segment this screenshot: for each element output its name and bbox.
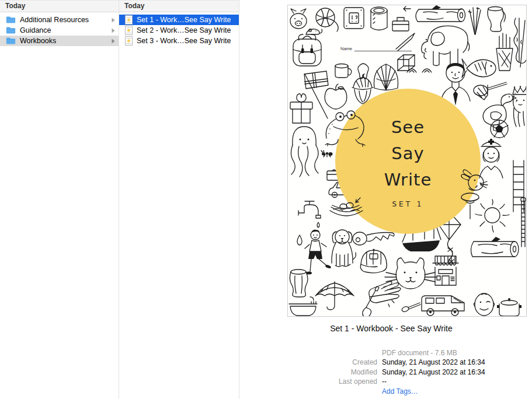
name-label: Name [340,46,352,51]
file-label: Set 3 - Work…See Say Write [137,37,231,45]
pdf-cover-preview: Name [287,5,527,317]
last-opened-label: Last opened [239,377,377,386]
file-info-panel: PDF document - 7.6 MB Created Sunday, 21… [239,348,532,396]
chevron-right-icon [112,28,115,33]
sidebar-item-guidance[interactable]: Guidance [0,25,119,36]
modified-value: Sunday, 21 August 2022 at 16:34 [382,368,532,377]
preview-pane: Name [239,0,532,399]
rabbit-doodle-icon [460,166,488,193]
preview-file-title: Set 1 - Workbook - See Say Write [239,324,532,333]
file-kind-size: PDF document - 7.6 MB [382,348,532,358]
jug-doodle-icon [485,5,509,33]
modified-label: Modified [239,368,377,377]
half-shells-doodle-icon [406,65,434,74]
file-label: Set 2 - Work…See Say Write [137,26,231,34]
yarn-ball-doodle-icon [311,5,342,32]
group-header: Today [0,0,119,12]
folder-label: Guidance [20,26,51,34]
folder-icon [6,37,16,45]
cover-title-line: Write [384,167,432,193]
finder-column-folders: Today Additional Resources Guidance Work… [0,0,119,399]
face-doodle-icon [472,291,496,317]
chevron-right-icon [112,18,115,23]
pushpin-doodle-icon [458,191,482,221]
log2-doodle-icon [468,236,520,264]
arrow-doodle-icon [401,5,412,12]
pdf-thumbnail-icon [125,26,133,35]
add-tags-link[interactable]: Add Tags… [382,387,532,396]
folder-label: Additional Resources [20,16,89,24]
box-doodle-icon [391,15,411,33]
ant-doodle-icon [321,149,333,158]
octopus-doodle-icon [288,122,321,180]
chevron-right-icon [112,38,115,44]
cap-doodle-icon [357,246,391,277]
created-value: Sunday, 21 August 2022 at 16:34 [382,358,532,367]
file-item-set2[interactable]: Set 2 - Work…See Say Write [119,25,239,36]
van-doodle-icon [419,291,468,317]
umbrella-doodle-icon [312,279,357,314]
last-opened-value: -- [382,377,532,386]
goose-doodle-icon [474,90,517,131]
pdf-thumbnail-icon [125,36,133,46]
file-item-set1[interactable]: Set 1 - Work…See Say Write [119,15,239,25]
file-item-set3[interactable]: Set 3 - Work…See Say Write [119,36,239,46]
folder-icon [6,26,16,34]
pot-doodle-icon [496,297,523,317]
pen-doodle-icon [393,32,415,52]
sidebar-item-workbooks[interactable]: Workbooks [0,36,119,46]
nest-doodle-icon [328,197,364,221]
finder-column-files: Today Set 1 - Work…See Say Write Set 2 -… [119,0,239,399]
pitcher-doodle-icon [288,268,310,299]
folder-label: Workbooks [20,37,56,45]
gift-doodle-icon [288,89,315,127]
file-label: Set 1 - Work…See Say Write [137,16,231,24]
frog-doodle-icon [322,108,367,149]
spoon-doodle-icon [401,300,421,313]
backpack-doodle-icon [289,31,325,68]
hand-doodle-icon [366,277,400,311]
shell-doodle-icon [370,61,402,92]
bathtub-doodle-icon [288,296,318,317]
cover-set-label: SET 1 [392,200,424,208]
light-switch-doodle-icon [342,5,366,31]
folder-icon [6,16,16,24]
info-label [239,387,377,396]
group-header: Today [119,0,239,12]
cover-title-line: See [391,114,425,141]
info-label [239,348,377,358]
created-label: Created [239,358,377,367]
sidebar-item-additional-resources[interactable]: Additional Resources [0,15,119,25]
cover-title-line: Say [391,141,424,167]
apple-doodle-icon [322,82,350,111]
tap-doodle-icon [295,199,324,233]
can-doodle-icon [368,5,390,32]
pdf-thumbnail-icon [125,15,133,24]
